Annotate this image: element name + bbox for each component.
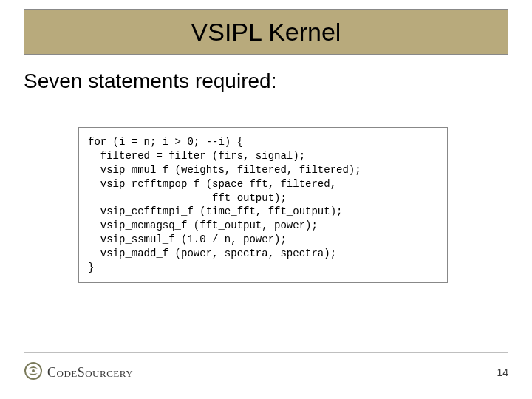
logo-text: CodeSourcery <box>47 365 133 381</box>
footer: CodeSourcery 14 <box>24 352 508 387</box>
slide-subtitle: Seven statements required: <box>24 69 276 93</box>
code-box: for (i = n; i > 0; --i) { filtered = fil… <box>78 127 448 283</box>
logo-icon <box>24 361 43 383</box>
title-band: VSIPL Kernel <box>24 9 508 55</box>
code-content: for (i = n; i > 0; --i) { filtered = fil… <box>88 135 438 275</box>
logo: CodeSourcery <box>24 361 133 383</box>
page-number: 14 <box>497 366 508 378</box>
slide: VSIPL Kernel Seven statements required: … <box>0 0 532 399</box>
slide-title: VSIPL Kernel <box>191 18 341 47</box>
svg-point-1 <box>32 369 35 372</box>
